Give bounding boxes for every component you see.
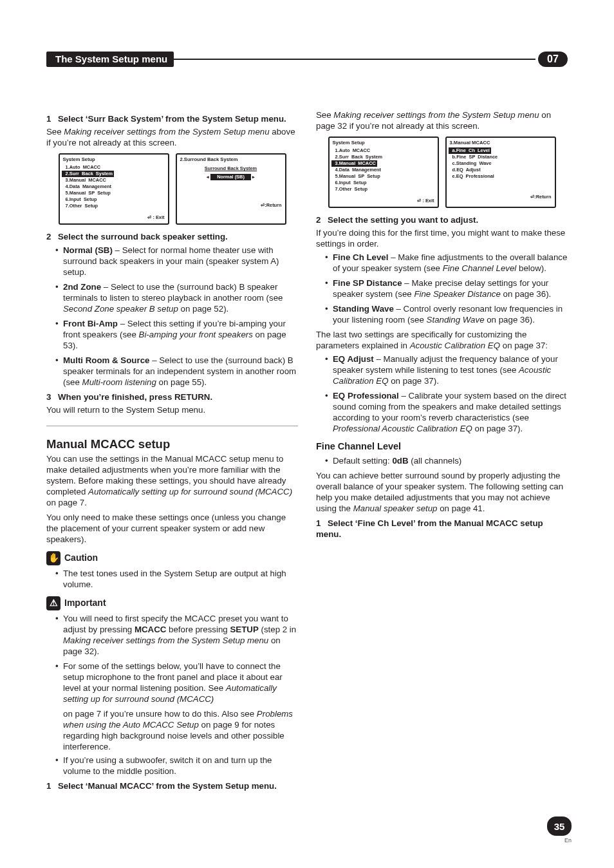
osd-system-setup-1: System Setup 1.Auto MCACC 2.Surr Back Sy…	[59, 153, 169, 225]
list-item: •Multi Room & Source – Select to use the…	[55, 355, 298, 388]
c1-list-options: •Normal (SB) – Select for normal home th…	[55, 245, 298, 388]
fp1: You can achieve better surround sound by…	[316, 470, 568, 514]
osd-system-setup-2: System Setup 1.Auto MCACC 2.Surr Back Sy…	[328, 137, 439, 208]
page-number-wrap: 35 En	[547, 816, 572, 845]
section-rule	[46, 426, 298, 426]
important-heading: ⚠ Important	[46, 596, 298, 610]
c2-step2: 2Select the setting you want to adjust.	[316, 214, 568, 225]
mp1: You can use the settings in the Manual M…	[46, 453, 298, 508]
c2-p2: If you’re doing this for the first time,…	[316, 227, 568, 249]
list-item: •For some of the settings below, you’ll …	[55, 661, 298, 704]
c2-step1: 1Select ‘Manual MCACC’ from the System S…	[46, 780, 298, 791]
h2-manual-mcacc: Manual MCACC setup	[46, 437, 298, 452]
list-item: •You will need to first specify the MCAC…	[55, 613, 298, 657]
list-item: •The test tones used in the System Setup…	[55, 568, 298, 590]
c2-list-b: •EQ Adjust – Manually adjust the frequen…	[325, 354, 568, 434]
list-item: •Fine SP Distance – Make precise delay s…	[325, 278, 568, 299]
default-list: •Default setting: 0dB (all channels)	[325, 455, 568, 466]
warning-icon: ⚠	[46, 596, 60, 610]
h3-fine-ch: Fine Channel Level	[316, 440, 568, 453]
caution-heading: ✋ Caution	[46, 551, 298, 565]
c2-p1: See Making receiver settings from the Sy…	[316, 109, 568, 131]
list-item: •Default setting: 0dB (all channels)	[325, 455, 568, 466]
list-item: •EQ Adjust – Manually adjust the frequen…	[325, 354, 568, 386]
c1-step1: 1Select ‘Surr Back System’ from the Syst…	[46, 113, 298, 124]
list-item: •Standing Wave – Control overly resonant…	[325, 303, 568, 325]
c1-step3: 3When you’re finished, press RETURN.	[46, 392, 298, 402]
chapter-title: The System Setup menu	[46, 52, 174, 67]
osd-surr-back: 2.Surround Back System Surround Back Sys…	[176, 153, 286, 225]
mp2: You only need to make these settings onc…	[46, 512, 298, 545]
list-item: •Fine Ch Level – Make fine adjustments t…	[325, 252, 568, 274]
list-item: •If you’re using a subwoofer, switch it …	[55, 755, 298, 777]
osd-pair-1: System Setup 1.Auto MCACC 2.Surr Back Sy…	[46, 153, 298, 225]
osd-manual-mcacc: 3.Manual MCACC a.Fine Ch Level b.Fine SP…	[445, 137, 556, 208]
important-list: •You will need to first specify the MCAC…	[55, 613, 298, 704]
chapter-header: The System Setup menu 07	[46, 52, 568, 67]
c2-sw-list: •If you’re using a subwoofer, switch it …	[55, 755, 298, 777]
c2-p3: The last two settings are specifically f…	[316, 329, 568, 351]
list-item: •Front Bi-Amp – Select this setting if y…	[55, 318, 298, 351]
c2-fstep1: 1Select ‘Fine Ch Level’ from the Manual …	[316, 518, 568, 540]
c2-list-a: •Fine Ch Level – Make fine adjustments t…	[325, 252, 568, 325]
list-item: •EQ Professional – Calibrate your system…	[325, 390, 568, 434]
list-item: •Normal (SB) – Select for normal home th…	[55, 245, 298, 278]
caution-list: •The test tones used in the System Setup…	[55, 568, 298, 590]
content-columns: 1Select ‘Surr Back System’ from the Syst…	[46, 109, 568, 810]
c2-cont: on page 7 if you’re unsure how to do thi…	[63, 708, 298, 752]
c1-step2: 2Select the surround back speaker settin…	[46, 231, 298, 242]
chapter-number: 07	[538, 52, 568, 67]
header-line	[174, 59, 535, 60]
list-item: •2nd Zone – Select to use the (surround …	[55, 281, 298, 314]
osd-list: 1.Auto MCACC 2.Surr Back System 3.Manual…	[63, 164, 165, 209]
osd-pair-2: System Setup 1.Auto MCACC 2.Surr Back Sy…	[316, 137, 568, 208]
c1-p1: See Making receiver settings from the Sy…	[46, 126, 298, 148]
page-lang: En	[547, 837, 572, 845]
page-number: 35	[547, 816, 572, 836]
c1-p3: You will return to the System Setup menu…	[46, 404, 298, 415]
hand-icon: ✋	[46, 551, 60, 565]
